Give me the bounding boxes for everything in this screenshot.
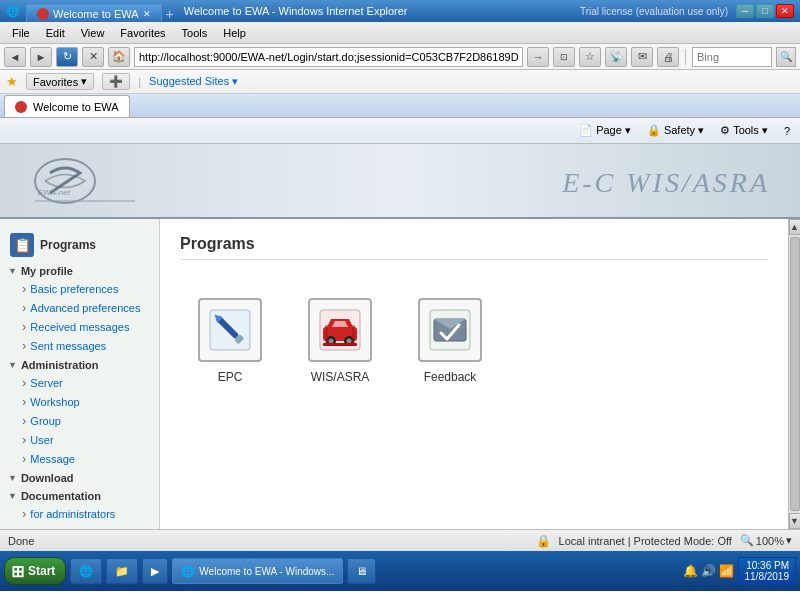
programs-label: Programs xyxy=(40,238,96,252)
stop-button[interactable]: ✕ xyxy=(82,47,104,67)
menu-help[interactable]: Help xyxy=(215,25,254,41)
page-icon: 📄 xyxy=(579,124,593,137)
scroll-down-button[interactable]: ▼ xyxy=(789,513,801,529)
title-bar-tabs: Welcome to EWA ✕ + xyxy=(26,0,178,22)
add-favorite-button[interactable]: ☆ xyxy=(579,47,601,67)
sidebar-item-message[interactable]: Message xyxy=(0,449,159,468)
forward-button[interactable]: ► xyxy=(30,47,52,67)
title-bar-right: Trial license (evaluation use only) ─ □ … xyxy=(580,4,794,18)
taskbar-icon-4[interactable]: 🖥 xyxy=(347,558,376,584)
sidebar-item-label: Received messages xyxy=(30,321,129,333)
scroll-up-button[interactable]: ▲ xyxy=(789,219,801,235)
taskbar-icon-3[interactable]: ▶ xyxy=(142,558,168,584)
address-bar: ◄ ► ↻ ✕ 🏠 → ⊡ ☆ 📡 ✉ 🖨 🔍 xyxy=(0,44,800,70)
favorites-button[interactable]: Favorites ▾ xyxy=(26,73,94,90)
minimize-button[interactable]: ─ xyxy=(736,4,754,18)
print-button[interactable]: 🖨 xyxy=(657,47,679,67)
sidebar-item-label: Basic preferences xyxy=(30,283,118,295)
download-group[interactable]: Download xyxy=(0,468,159,486)
scroll-thumb[interactable] xyxy=(790,237,800,511)
title-tab[interactable]: Welcome to EWA ✕ xyxy=(26,4,162,22)
taskbar-icon-1[interactable]: 🌐 xyxy=(70,558,102,584)
sidebar-item-sent-messages[interactable]: Sent messages xyxy=(0,336,159,355)
wisasra-icon-svg xyxy=(315,305,365,355)
add-to-favorites-button[interactable]: ➕ xyxy=(102,73,130,90)
add-tab-button[interactable]: + xyxy=(162,6,178,22)
sidebar-item-for-administrators[interactable]: for administrators xyxy=(0,504,159,523)
sidebar-item-label: Group xyxy=(30,415,61,427)
tray-icon-3: 📶 xyxy=(719,564,734,578)
sidebar-item-workshop[interactable]: Workshop xyxy=(0,392,159,411)
program-epc[interactable]: EPC xyxy=(190,290,270,392)
title-bar-left: 🌐 Welcome to EWA ✕ + Welcome to EWA - Wi… xyxy=(6,0,408,22)
taskbar-icon-symbol: 🖥 xyxy=(356,565,367,577)
sidebar-programs-header: 📋 Programs xyxy=(0,227,159,261)
epc-label: EPC xyxy=(218,370,243,384)
sidebar-item-group[interactable]: Group xyxy=(0,411,159,430)
brand-label: E-C WIS/ASRA xyxy=(562,166,770,197)
sidebar-item-user[interactable]: User xyxy=(0,430,159,449)
documentation-group[interactable]: Documentation xyxy=(0,486,159,504)
back-button[interactable]: ◄ xyxy=(4,47,26,67)
sidebar-item-for-users[interactable]: for users xyxy=(0,523,159,529)
page-menu-button[interactable]: 📄 Page ▾ xyxy=(573,122,637,139)
start-label: Start xyxy=(28,564,55,578)
favorites-label: Favorites xyxy=(33,76,78,88)
taskbar-icon-2[interactable]: 📁 xyxy=(106,558,138,584)
svg-point-12 xyxy=(347,339,352,344)
sidebar-item-received-messages[interactable]: Received messages xyxy=(0,317,159,336)
help-button[interactable]: ? xyxy=(778,123,796,139)
feed-button[interactable]: 📡 xyxy=(605,47,627,67)
svg-rect-14 xyxy=(325,325,328,343)
zoom-control[interactable]: 🔍 100% ▾ xyxy=(740,534,792,547)
program-wisasra[interactable]: WIS/ASRA xyxy=(300,290,380,392)
active-window-button[interactable]: 🌐 Welcome to EWA - Windows... xyxy=(172,558,343,584)
tools-menu-button[interactable]: ⚙ Tools ▾ xyxy=(714,122,774,139)
search-button[interactable]: 🔍 xyxy=(776,47,796,67)
menu-edit[interactable]: Edit xyxy=(38,25,73,41)
tab-close-icon[interactable]: ✕ xyxy=(143,9,151,19)
menu-file[interactable]: File xyxy=(4,25,38,41)
sidebar-item-label: for users xyxy=(30,527,73,530)
administration-group[interactable]: Administration xyxy=(0,355,159,373)
svg-point-10 xyxy=(329,339,334,344)
compat-button[interactable]: ⊡ xyxy=(553,47,575,67)
restore-button[interactable]: □ xyxy=(756,4,774,18)
sidebar-item-advanced-preferences[interactable]: Advanced preferences xyxy=(0,298,159,317)
ie-active-tab[interactable]: Welcome to EWA xyxy=(4,95,130,117)
menu-bar: File Edit View Favorites Tools Help xyxy=(0,22,800,44)
documentation-label: Documentation xyxy=(21,490,101,502)
sidebar-item-server[interactable]: Server xyxy=(0,373,159,392)
go-button[interactable]: → xyxy=(527,47,549,67)
tab-favicon xyxy=(37,8,49,20)
refresh-button[interactable]: ↻ xyxy=(56,47,78,67)
sidebar: 📋 Programs My profile Basic preferences … xyxy=(0,219,160,529)
safety-menu-button[interactable]: 🔒 Safety ▾ xyxy=(641,122,710,139)
address-input[interactable] xyxy=(134,47,523,67)
my-profile-group[interactable]: My profile xyxy=(0,261,159,279)
menu-view[interactable]: View xyxy=(73,25,113,41)
search-input[interactable] xyxy=(692,47,772,67)
tab-label: Welcome to EWA xyxy=(53,8,139,20)
sidebar-item-basic-preferences[interactable]: Basic preferences xyxy=(0,279,159,298)
home-button[interactable]: 🏠 xyxy=(108,47,130,67)
ie-toolbar: 📄 Page ▾ 🔒 Safety ▾ ⚙ Tools ▾ ? xyxy=(0,118,800,144)
read-mail-button[interactable]: ✉ xyxy=(631,47,653,67)
administration-label: Administration xyxy=(21,359,99,371)
menu-tools[interactable]: Tools xyxy=(174,25,216,41)
system-tray: 🔔 🔊 📶 10:36 PM 11/8/2019 xyxy=(683,557,797,585)
close-button[interactable]: ✕ xyxy=(776,4,794,18)
suggested-sites-link[interactable]: Suggested Sites ▾ xyxy=(149,75,238,88)
ie-tab-bar: Welcome to EWA xyxy=(0,94,800,118)
feedback-icon-box xyxy=(418,298,482,362)
sidebar-item-label: Message xyxy=(30,453,75,465)
ie-tab-label: Welcome to EWA xyxy=(33,101,119,113)
active-window-label: Welcome to EWA - Windows... xyxy=(199,566,334,577)
svg-rect-13 xyxy=(323,343,357,346)
program-feedback[interactable]: Feedback xyxy=(410,290,490,392)
zone-text: Local intranet | Protected Mode: Off xyxy=(559,535,732,547)
menu-favorites[interactable]: Favorites xyxy=(112,25,173,41)
start-button[interactable]: ⊞ Start xyxy=(4,557,66,585)
epc-icon-svg xyxy=(205,305,255,355)
svg-text:EWA-net: EWA-net xyxy=(38,188,71,197)
